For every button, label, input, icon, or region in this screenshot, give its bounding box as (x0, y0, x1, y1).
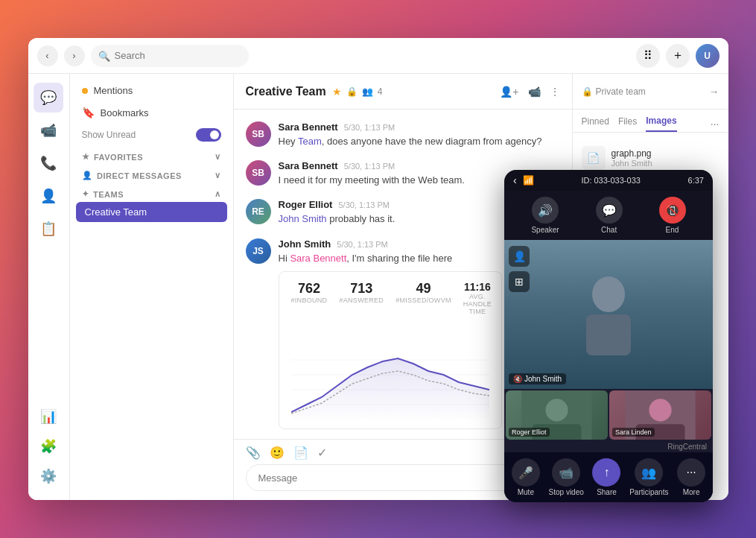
stop-video-button[interactable]: 📹 Stop video (549, 458, 584, 496)
right-panel-tabs: Pinned Files Images ··· (573, 110, 728, 133)
sara-link[interactable]: Sara Bennett (290, 253, 346, 264)
task-icon[interactable]: ✓ (317, 446, 327, 460)
thumb2-name: Sara Linden (612, 428, 655, 437)
star-icon[interactable]: ★ (332, 86, 342, 98)
member-count: 4 (378, 86, 383, 97)
message-row: SB Sara Bennett 5/30, 1:13 PM Hey Team, … (246, 121, 560, 148)
message-time: 5/30, 1:13 PM (338, 200, 390, 209)
show-unread-label: Show Unread (82, 130, 136, 140)
mentions-label: Mentions (94, 85, 133, 96)
mute-button[interactable]: 🎤 Mute (512, 458, 540, 496)
tab-images[interactable]: Images (646, 115, 676, 132)
more-options-icon[interactable]: ⋮ (550, 86, 560, 98)
message-author: Sara Bennett (279, 121, 338, 133)
teams-label: TEAMS (93, 190, 124, 199)
video-bottom-controls: 🎤 Mute 📹 Stop video ↑ Share 👥 Participan… (507, 458, 710, 496)
lock-icon: 🔒 (346, 86, 358, 97)
share-button[interactable]: ↑ Share (592, 458, 620, 496)
caller-name: John Smith (524, 375, 562, 383)
john-link[interactable]: John Smith (279, 213, 327, 224)
search-icon: 🔍 (98, 50, 110, 61)
favorites-section[interactable]: ★ FAVORITES ∨ (70, 146, 233, 165)
chat-title: Creative Team (246, 85, 326, 98)
icon-sidebar: 💬 📹 📞 👤 📋 📊 🧩 ⚙️ (28, 74, 70, 500)
stop-video-icon: 📹 (552, 458, 580, 487)
chat-header: Creative Team ★ 🔒 👥 4 👤+ 📹 ⋮ (234, 74, 572, 110)
video-top-bar: ‹ 📶 ID: 033-033-033 6:37 (504, 170, 713, 191)
person-icon: 👤 (513, 250, 526, 262)
forward-button[interactable]: › (64, 45, 85, 66)
sidebar-item-tasks[interactable]: 📋 (34, 214, 63, 244)
mute-label: Mute (518, 488, 534, 496)
tab-files[interactable]: Files (618, 116, 637, 131)
avatar: JS (246, 238, 271, 264)
add-person-icon[interactable]: 👤+ (500, 86, 518, 98)
tab-pinned[interactable]: Pinned (582, 116, 609, 131)
emoji-icon[interactable]: 🙂 (270, 446, 285, 460)
bookmark-icon: 🔖 (82, 107, 95, 118)
stat-missed: 49 #MISSED/OWVM (396, 281, 451, 336)
private-team-label: 🔒 Private team (582, 86, 646, 97)
close-panel-button[interactable]: → (709, 86, 720, 98)
search-input[interactable] (91, 45, 249, 67)
sidebar-item-settings[interactable]: ⚙️ (34, 461, 63, 491)
format-icon[interactable]: 📄 (293, 446, 308, 460)
right-panel-header: 🔒 Private team → (573, 74, 728, 110)
sidebar-item-contacts[interactable]: 👤 (34, 181, 63, 211)
message-time: 5/30, 1:13 PM (337, 240, 388, 249)
file-info: graph.png John Smith (612, 148, 720, 168)
more-button[interactable]: ··· More (677, 458, 705, 496)
sidebar-item-video[interactable]: 📹 (34, 115, 63, 145)
video-top-controls: 🔊 Speaker 💬 Chat 📵 End (504, 191, 713, 240)
add-button[interactable]: ＋ (666, 44, 690, 68)
chat-button[interactable]: 💬 Chat (596, 197, 623, 234)
tabs-more[interactable]: ··· (711, 118, 720, 130)
show-unread-row: Show Unread (70, 124, 233, 146)
team-link[interactable]: Team (298, 136, 322, 147)
teams-section[interactable]: ✦ TEAMS ∧ (70, 183, 233, 202)
message-content: Sara Bennett 5/30, 1:13 PM Hey Team, doe… (279, 121, 560, 148)
unread-toggle[interactable] (196, 128, 221, 142)
chat-header-right: 👤+ 📹 ⋮ (500, 86, 559, 98)
direct-messages-section[interactable]: 👤 DIRECT MESSAGES ∨ (70, 165, 233, 183)
svg-point-4 (592, 276, 625, 312)
back-button[interactable]: ‹ (37, 45, 58, 66)
inbound-label: #INBOUND (291, 297, 328, 304)
sidebar-item-analytics[interactable]: 📊 (34, 402, 63, 431)
video-thumb-1[interactable]: Roger Elliot (506, 390, 608, 440)
end-label: End (666, 226, 679, 234)
attach-icon[interactable]: 📎 (246, 446, 261, 460)
svg-rect-5 (586, 314, 631, 355)
message-text: Hey Team, does anyone have the new diagr… (279, 135, 560, 148)
ringcentral-badge: RingCentral (504, 441, 713, 452)
video-back-button[interactable]: ‹ (513, 174, 517, 186)
svg-point-10 (649, 399, 671, 421)
mentions-item[interactable]: Mentions (70, 80, 233, 101)
video-person-button[interactable]: 👤 (509, 246, 530, 267)
bookmarks-item[interactable]: 🔖 Bookmarks (70, 101, 233, 124)
avatar: SB (246, 121, 271, 147)
mentions-dot (82, 88, 88, 94)
handle-label: AVG. HANDLE TIME (463, 293, 492, 315)
top-bar: ‹ › 🔍 ⠿ ＋ U (28, 38, 728, 74)
call-id: ID: 033-033-033 (534, 176, 688, 185)
handle-value: 11:16 (463, 281, 492, 293)
speaker-button[interactable]: 🔊 Speaker (531, 197, 559, 234)
sidebar-item-extensions[interactable]: 🧩 (34, 431, 63, 461)
participants-button[interactable]: 👥 Participants (629, 458, 668, 496)
end-call-button[interactable]: 📵 End (659, 197, 686, 234)
active-team-item[interactable]: Creative Team (76, 202, 227, 222)
sidebar-item-chat[interactable]: 💬 (34, 83, 63, 113)
video-call-icon[interactable]: 📹 (528, 86, 541, 98)
sidebar-item-phone[interactable]: 📞 (34, 148, 63, 178)
video-grid-button[interactable]: ⊞ (509, 271, 530, 292)
apps-button[interactable]: ⠿ (636, 44, 660, 68)
active-team-label: Creative Team (85, 206, 147, 218)
participants-label: Participants (629, 488, 668, 496)
avatar: SB (246, 160, 271, 186)
file-name: graph.png (612, 148, 720, 159)
teams-chevron: ∧ (215, 189, 221, 199)
message-author: Sara Bennett (279, 160, 338, 171)
user-avatar[interactable]: U (696, 44, 720, 68)
video-thumb-2[interactable]: Sara Linden (609, 390, 711, 440)
